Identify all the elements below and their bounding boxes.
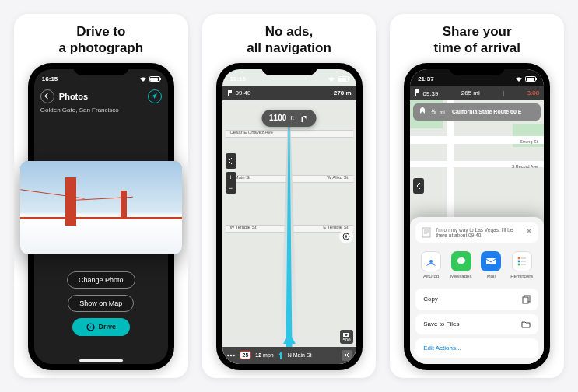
- share-messages[interactable]: Messages: [450, 251, 471, 278]
- zoom-out-button[interactable]: −: [226, 183, 236, 194]
- share-message: I'm on my way to Las Vegas. I'll be ther…: [415, 222, 538, 243]
- remaining-distance: 270 m: [334, 89, 352, 96]
- navigation-screen: 16:15 09:40 270 m Cesar E Chavez Ave N M…: [222, 69, 356, 364]
- recenter-button[interactable]: [339, 229, 353, 243]
- share-mail[interactable]: Mail: [481, 251, 501, 278]
- change-photo-button[interactable]: Change Photo: [67, 271, 135, 289]
- option-label: Edit Actions...: [423, 345, 461, 352]
- svg-point-1: [89, 326, 91, 327]
- notch: [261, 63, 317, 75]
- street-label: W Aliso St: [327, 175, 348, 180]
- zoom-in-button[interactable]: +: [226, 172, 236, 183]
- current-street: N Main St: [288, 352, 312, 358]
- panel-toggle[interactable]: [413, 178, 424, 194]
- copy-icon: [522, 295, 531, 304]
- svg-point-16: [517, 260, 520, 262]
- flag-icon: [415, 89, 421, 96]
- close-button[interactable]: [342, 350, 352, 361]
- promo-card-1: Drive to a photograph 16:15 Photos Gold: [14, 14, 188, 378]
- battery-icon: [338, 76, 349, 82]
- share-apps-row: AirDrop Messages Mail: [410, 248, 544, 285]
- airdrop-icon: [421, 251, 441, 271]
- show-on-map-button[interactable]: Show on Map: [68, 295, 134, 312]
- app-label: Messages: [450, 274, 471, 278]
- merge-icon: [418, 107, 427, 117]
- status-time: 21:37: [418, 75, 433, 82]
- option-label: Save to Files: [423, 320, 459, 327]
- compass-icon: [342, 233, 350, 240]
- direction-distance: ½: [431, 109, 436, 114]
- save-to-files-option[interactable]: Save to Files: [415, 314, 538, 334]
- bottom-bar: 25 12 mph N Main St: [222, 347, 356, 364]
- svg-point-7: [227, 354, 229, 355]
- menu-icon[interactable]: [226, 351, 236, 360]
- status-time: 16:15: [42, 75, 58, 82]
- screen-title: Photos: [59, 92, 143, 101]
- camera-icon: [342, 331, 350, 338]
- panel-toggle[interactable]: [226, 153, 236, 169]
- home-indicator: [79, 359, 123, 362]
- svg-rect-11: [415, 89, 416, 96]
- photo-actions: Change Photo Show on Map Drive: [34, 271, 168, 336]
- option-label: Copy: [423, 296, 438, 303]
- share-screen: 21:37 09:39 265 mi | 3:00: [410, 69, 544, 364]
- direction-road: California State Route 60 E: [452, 109, 521, 114]
- edit-actions-option[interactable]: Edit Actions...: [415, 338, 538, 358]
- phone-frame: 21:37 09:39 265 mi | 3:00: [404, 63, 550, 370]
- zoom-control: + −: [226, 172, 236, 194]
- back-button[interactable]: [40, 89, 54, 103]
- street-label: Strong St: [520, 139, 538, 144]
- trip-info-bar: 09:39 265 mi | 3:00: [410, 86, 544, 100]
- drive-label: Drive: [99, 323, 117, 331]
- flag-icon: [227, 90, 233, 96]
- wifi-icon: [515, 76, 523, 82]
- card-title: Drive to a photograph: [51, 14, 152, 63]
- remaining-distance: 265 mi: [461, 89, 480, 96]
- share-text: I'm on my way to Las Vegas. I'll be ther…: [436, 227, 521, 238]
- svg-rect-12: [422, 228, 430, 237]
- street-label: Cesar E Chavez Ave: [230, 130, 273, 135]
- share-airdrop[interactable]: AirDrop: [421, 251, 441, 278]
- svg-rect-3: [228, 90, 229, 96]
- share-sheet: I'm on my way to Las Vegas. I'll be ther…: [410, 217, 544, 364]
- map-view[interactable]: Cesar E Chavez Ave N Main St W Aliso St …: [222, 100, 356, 364]
- chevron-left-icon: [228, 157, 233, 165]
- card-title: No ads, all navigation: [239, 14, 339, 63]
- messages-icon: [451, 251, 471, 271]
- street-label: S Record Ave: [512, 164, 538, 169]
- share-reminders[interactable]: Reminders: [510, 251, 533, 278]
- speed-camera-badge: 500: [340, 330, 352, 344]
- status-icons: [139, 76, 160, 82]
- promo-card-3: Share your time of arrival 21:37 09:39 2…: [390, 14, 564, 378]
- notch: [449, 63, 505, 75]
- trip-duration: 3:00: [527, 89, 540, 96]
- eta-value: 09:40: [236, 89, 251, 96]
- close-button[interactable]: [526, 227, 532, 236]
- steering-wheel-icon: [86, 323, 95, 331]
- folder-icon: [521, 320, 531, 328]
- speed-limit-sign: 25: [240, 351, 252, 359]
- arrival-time: 09:40: [227, 89, 251, 96]
- photo-location: Golden Gate, San Francisco: [34, 107, 168, 117]
- route-arrow-icon: [278, 352, 284, 359]
- camera-distance: 500: [342, 338, 350, 342]
- svg-point-15: [517, 257, 520, 259]
- svg-rect-14: [486, 258, 496, 264]
- wifi-icon: [328, 76, 335, 82]
- recenter-button[interactable]: [148, 89, 162, 103]
- direction-unit: mi: [440, 110, 445, 114]
- copy-option[interactable]: Copy: [415, 289, 538, 310]
- photo-thumbnail[interactable]: [20, 161, 182, 254]
- status-icons: [328, 76, 349, 82]
- eta-value: 09:39: [422, 90, 438, 97]
- svg-point-17: [517, 263, 520, 265]
- mail-icon: [481, 251, 501, 271]
- notch: [73, 63, 129, 75]
- document-icon: [422, 227, 431, 238]
- drive-button[interactable]: Drive: [72, 318, 131, 336]
- svg-point-8: [229, 354, 231, 355]
- close-icon: [344, 352, 349, 358]
- svg-point-9: [233, 354, 234, 355]
- arrival-time: 09:39: [415, 89, 438, 97]
- nav-header: Photos: [34, 86, 168, 107]
